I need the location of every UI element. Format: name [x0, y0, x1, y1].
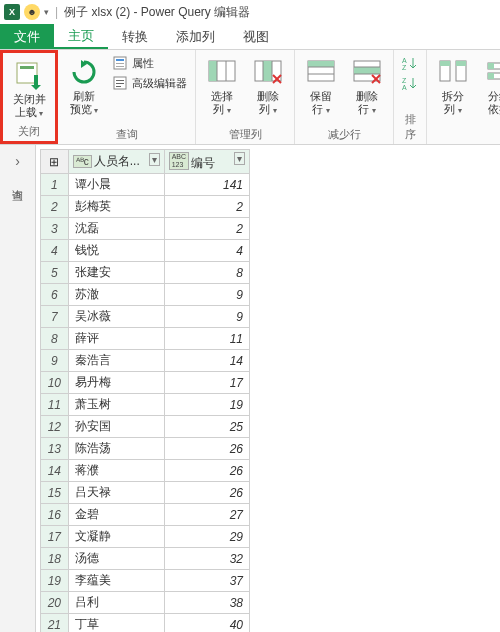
table-row[interactable]: 17文凝静29: [41, 526, 250, 548]
qat-dropdown-icon[interactable]: ▾: [44, 7, 49, 17]
advanced-editor-button[interactable]: 高级编辑器: [110, 74, 189, 92]
cell-id[interactable]: 25: [164, 416, 249, 438]
cell-name[interactable]: 萧玉树: [68, 394, 164, 416]
expand-pane-icon[interactable]: ›: [15, 153, 20, 169]
row-number: 9: [41, 350, 69, 372]
remove-rows-button[interactable]: 删除行 ▾: [347, 54, 387, 119]
cell-id[interactable]: 14: [164, 350, 249, 372]
cell-id[interactable]: 141: [164, 174, 249, 196]
table-row[interactable]: 10易丹梅17: [41, 372, 250, 394]
sort-desc-icon: ZA: [402, 75, 418, 91]
tab-addcolumn[interactable]: 添加列: [162, 24, 229, 49]
close-and-load-button[interactable]: 关闭并上载 ▾: [9, 57, 49, 122]
table-row[interactable]: 14蒋濮26: [41, 460, 250, 482]
svg-rect-42: [488, 73, 494, 79]
cell-name[interactable]: 吴冰薇: [68, 306, 164, 328]
ribbon-tabs: 文件 主页 转换 添加列 视图: [0, 24, 500, 50]
cell-id[interactable]: 27: [164, 504, 249, 526]
cell-name[interactable]: 陈浩荡: [68, 438, 164, 460]
cell-id[interactable]: 26: [164, 438, 249, 460]
cell-name[interactable]: 金碧: [68, 504, 164, 526]
group-transform: 拆分列 ▾ 分组依据 数: [427, 50, 500, 144]
cell-id[interactable]: 19: [164, 394, 249, 416]
cell-id[interactable]: 26: [164, 482, 249, 504]
table-row[interactable]: 9秦浩言14: [41, 350, 250, 372]
remove-columns-button[interactable]: 删除列 ▾: [248, 54, 288, 119]
table-row[interactable]: 12孙安国25: [41, 416, 250, 438]
cell-name[interactable]: 苏澈: [68, 284, 164, 306]
cell-name[interactable]: 秦浩言: [68, 350, 164, 372]
cell-name[interactable]: 吕利: [68, 592, 164, 614]
row-number: 8: [41, 328, 69, 350]
cell-id[interactable]: 32: [164, 548, 249, 570]
cell-id[interactable]: 9: [164, 306, 249, 328]
table-row[interactable]: 2彭梅英2: [41, 196, 250, 218]
cell-id[interactable]: 38: [164, 592, 249, 614]
keep-rows-button[interactable]: 保留行 ▾: [301, 54, 341, 119]
cell-name[interactable]: 沈磊: [68, 218, 164, 240]
table-row[interactable]: 20吕利38: [41, 592, 250, 614]
table-row[interactable]: 13陈浩荡26: [41, 438, 250, 460]
cell-name[interactable]: 孙安国: [68, 416, 164, 438]
cell-id[interactable]: 26: [164, 460, 249, 482]
cell-id[interactable]: 11: [164, 328, 249, 350]
tab-file[interactable]: 文件: [0, 24, 54, 49]
svg-rect-16: [263, 61, 272, 81]
cell-name[interactable]: 丁草: [68, 614, 164, 633]
cell-name[interactable]: 文凝静: [68, 526, 164, 548]
column-header-name[interactable]: ᴬᴮc人员名... ▾: [68, 150, 164, 174]
table-corner[interactable]: ⊞: [41, 150, 69, 174]
table-row[interactable]: 3沈磊2: [41, 218, 250, 240]
table-row[interactable]: 7吴冰薇9: [41, 306, 250, 328]
table-row[interactable]: 1谭小晨141: [41, 174, 250, 196]
sort-asc-icon: AZ: [402, 55, 418, 71]
cell-name[interactable]: 汤德: [68, 548, 164, 570]
svg-rect-9: [116, 83, 124, 84]
table-row[interactable]: 21丁草40: [41, 614, 250, 633]
table-row[interactable]: 8薛评11: [41, 328, 250, 350]
row-number: 14: [41, 460, 69, 482]
table-row[interactable]: 19李蕴美37: [41, 570, 250, 592]
cell-id[interactable]: 29: [164, 526, 249, 548]
cell-id[interactable]: 17: [164, 372, 249, 394]
svg-rect-22: [308, 61, 334, 67]
cell-id[interactable]: 8: [164, 262, 249, 284]
filter-icon[interactable]: ▾: [234, 152, 245, 165]
cell-name[interactable]: 张建安: [68, 262, 164, 284]
filter-icon[interactable]: ▾: [149, 153, 160, 166]
cell-name[interactable]: 彭梅英: [68, 196, 164, 218]
cell-name[interactable]: 吕天禄: [68, 482, 164, 504]
row-number: 12: [41, 416, 69, 438]
refresh-preview-button[interactable]: 刷新预览 ▾: [64, 54, 104, 119]
properties-button[interactable]: 属性: [110, 54, 189, 72]
tab-home[interactable]: 主页: [54, 24, 108, 49]
cell-name[interactable]: 易丹梅: [68, 372, 164, 394]
table-row[interactable]: 5张建安8: [41, 262, 250, 284]
cell-id[interactable]: 4: [164, 240, 249, 262]
tab-transform[interactable]: 转换: [108, 24, 162, 49]
choose-columns-button[interactable]: 选择列 ▾: [202, 54, 242, 119]
cell-id[interactable]: 2: [164, 196, 249, 218]
split-column-button[interactable]: 拆分列 ▾: [433, 54, 473, 119]
table-row[interactable]: 6苏澈9: [41, 284, 250, 306]
cell-name[interactable]: 蒋濮: [68, 460, 164, 482]
cell-name[interactable]: 钱悦: [68, 240, 164, 262]
table-row[interactable]: 11萧玉树19: [41, 394, 250, 416]
sort-asc-button[interactable]: AZ: [400, 54, 420, 72]
cell-name[interactable]: 李蕴美: [68, 570, 164, 592]
group-by-button[interactable]: 分组依据: [479, 54, 500, 118]
cell-id[interactable]: 2: [164, 218, 249, 240]
table-row[interactable]: 18汤德32: [41, 548, 250, 570]
group-close: 关闭并上载 ▾ 关闭: [0, 50, 58, 144]
column-header-id[interactable]: ABC123编号 ▾: [164, 150, 249, 174]
table-row[interactable]: 16金碧27: [41, 504, 250, 526]
table-row[interactable]: 15吕天禄26: [41, 482, 250, 504]
tab-view[interactable]: 视图: [229, 24, 283, 49]
cell-id[interactable]: 9: [164, 284, 249, 306]
cell-name[interactable]: 薛评: [68, 328, 164, 350]
table-row[interactable]: 4钱悦4: [41, 240, 250, 262]
cell-id[interactable]: 37: [164, 570, 249, 592]
cell-name[interactable]: 谭小晨: [68, 174, 164, 196]
sort-desc-button[interactable]: ZA: [400, 74, 420, 92]
cell-id[interactable]: 40: [164, 614, 249, 633]
